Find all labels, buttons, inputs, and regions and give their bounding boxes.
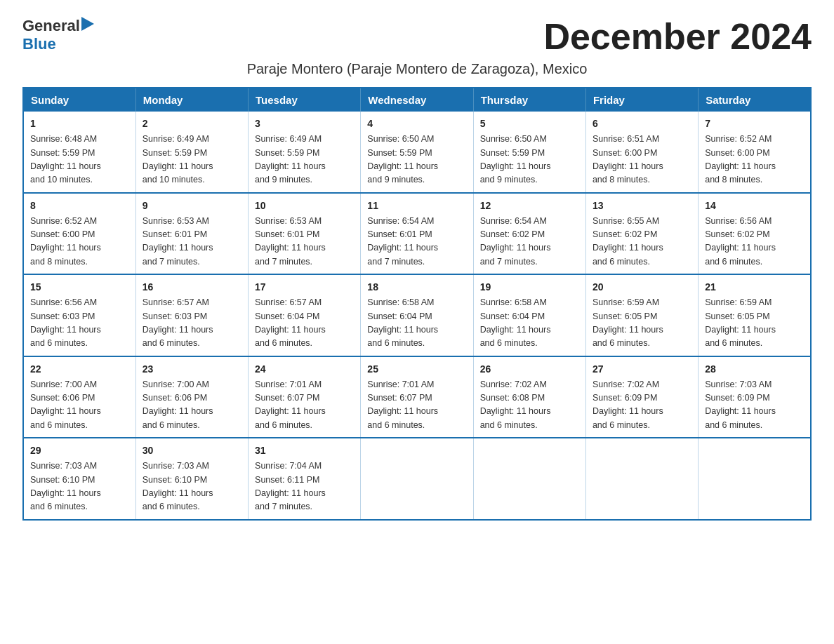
calendar-table: SundayMondayTuesdayWednesdayThursdayFrid… <box>22 87 812 521</box>
day-number: 12 <box>480 199 579 213</box>
calendar-cell: 30Sunrise: 7:03 AMSunset: 6:10 PMDayligh… <box>135 438 248 520</box>
day-info: Sunrise: 6:56 AMSunset: 6:02 PMDaylight:… <box>705 215 804 269</box>
calendar-cell: 26Sunrise: 7:02 AMSunset: 6:08 PMDayligh… <box>473 356 585 438</box>
day-number: 11 <box>367 199 466 213</box>
day-number: 29 <box>30 443 129 458</box>
day-info: Sunrise: 6:50 AMSunset: 5:59 PMDaylight:… <box>367 133 466 187</box>
day-number: 24 <box>255 362 354 377</box>
calendar-cell: 16Sunrise: 6:57 AMSunset: 6:03 PMDayligh… <box>135 274 248 356</box>
calendar-cell: 18Sunrise: 6:58 AMSunset: 6:04 PMDayligh… <box>361 274 473 356</box>
logo: General Blue <box>22 17 94 53</box>
day-info: Sunrise: 6:54 AMSunset: 6:02 PMDaylight:… <box>480 215 579 269</box>
calendar-cell: 21Sunrise: 6:59 AMSunset: 6:05 PMDayligh… <box>699 274 811 356</box>
day-number: 25 <box>367 362 466 377</box>
title-area: December 2024 <box>94 17 812 57</box>
column-header-sunday: Sunday <box>23 88 135 112</box>
day-number: 3 <box>255 116 354 131</box>
day-number: 30 <box>143 443 241 458</box>
logo-blue: Blue <box>22 35 56 53</box>
day-info: Sunrise: 7:03 AMSunset: 6:10 PMDaylight:… <box>143 459 241 514</box>
day-info: Sunrise: 7:02 AMSunset: 6:08 PMDaylight:… <box>480 378 579 433</box>
calendar-cell: 14Sunrise: 6:56 AMSunset: 6:02 PMDayligh… <box>699 193 811 275</box>
calendar-header-row: SundayMondayTuesdayWednesdayThursdayFrid… <box>23 88 811 112</box>
day-number: 18 <box>367 280 466 295</box>
day-info: Sunrise: 7:00 AMSunset: 6:06 PMDaylight:… <box>143 378 241 433</box>
day-number: 28 <box>705 362 804 377</box>
day-info: Sunrise: 6:49 AMSunset: 5:59 PMDaylight:… <box>143 133 241 187</box>
calendar-cell: 23Sunrise: 7:00 AMSunset: 6:06 PMDayligh… <box>135 356 248 438</box>
day-number: 8 <box>30 199 129 213</box>
calendar-cell: 6Sunrise: 6:51 AMSunset: 6:00 PMDaylight… <box>585 112 698 193</box>
calendar-cell: 24Sunrise: 7:01 AMSunset: 6:07 PMDayligh… <box>249 356 361 438</box>
calendar-cell: 27Sunrise: 7:02 AMSunset: 6:09 PMDayligh… <box>585 356 698 438</box>
column-header-wednesday: Wednesday <box>361 88 473 112</box>
calendar-cell: 3Sunrise: 6:49 AMSunset: 5:59 PMDaylight… <box>249 112 361 193</box>
month-title: December 2024 <box>108 17 812 57</box>
day-number: 16 <box>143 280 241 295</box>
day-info: Sunrise: 6:51 AMSunset: 6:00 PMDaylight:… <box>593 133 691 187</box>
day-number: 13 <box>593 199 691 213</box>
calendar-cell: 19Sunrise: 6:58 AMSunset: 6:04 PMDayligh… <box>473 274 585 356</box>
calendar-week-1: 1Sunrise: 6:48 AMSunset: 5:59 PMDaylight… <box>23 112 811 193</box>
day-number: 15 <box>30 280 129 295</box>
calendar-cell <box>699 438 811 520</box>
calendar-cell: 5Sunrise: 6:50 AMSunset: 5:59 PMDaylight… <box>473 112 585 193</box>
day-number: 31 <box>255 443 354 458</box>
calendar-cell: 29Sunrise: 7:03 AMSunset: 6:10 PMDayligh… <box>23 438 135 520</box>
logo-icon <box>81 17 94 31</box>
day-number: 17 <box>255 280 354 295</box>
calendar-week-5: 29Sunrise: 7:03 AMSunset: 6:10 PMDayligh… <box>23 438 811 520</box>
day-number: 27 <box>593 362 691 377</box>
calendar-cell: 28Sunrise: 7:03 AMSunset: 6:09 PMDayligh… <box>699 356 811 438</box>
day-info: Sunrise: 7:02 AMSunset: 6:09 PMDaylight:… <box>593 378 691 433</box>
day-number: 22 <box>30 362 129 377</box>
column-header-thursday: Thursday <box>473 88 585 112</box>
day-info: Sunrise: 6:54 AMSunset: 6:01 PMDaylight:… <box>367 215 466 269</box>
calendar-cell: 12Sunrise: 6:54 AMSunset: 6:02 PMDayligh… <box>473 193 585 275</box>
day-info: Sunrise: 7:01 AMSunset: 6:07 PMDaylight:… <box>255 378 354 433</box>
day-number: 5 <box>480 116 579 131</box>
calendar-week-2: 8Sunrise: 6:52 AMSunset: 6:00 PMDaylight… <box>23 193 811 275</box>
day-info: Sunrise: 7:00 AMSunset: 6:06 PMDaylight:… <box>30 378 129 433</box>
column-header-tuesday: Tuesday <box>249 88 361 112</box>
day-number: 7 <box>705 116 804 131</box>
day-info: Sunrise: 7:01 AMSunset: 6:07 PMDaylight:… <box>367 378 466 433</box>
calendar-cell: 10Sunrise: 6:53 AMSunset: 6:01 PMDayligh… <box>249 193 361 275</box>
day-info: Sunrise: 6:57 AMSunset: 6:03 PMDaylight:… <box>143 296 241 351</box>
day-number: 26 <box>480 362 579 377</box>
day-info: Sunrise: 6:55 AMSunset: 6:02 PMDaylight:… <box>593 215 691 269</box>
day-info: Sunrise: 6:58 AMSunset: 6:04 PMDaylight:… <box>367 296 466 351</box>
day-number: 4 <box>367 116 466 131</box>
calendar-cell <box>361 438 473 520</box>
calendar-week-4: 22Sunrise: 7:00 AMSunset: 6:06 PMDayligh… <box>23 356 811 438</box>
day-number: 10 <box>255 199 354 213</box>
calendar-cell: 11Sunrise: 6:54 AMSunset: 6:01 PMDayligh… <box>361 193 473 275</box>
calendar-cell: 13Sunrise: 6:55 AMSunset: 6:02 PMDayligh… <box>585 193 698 275</box>
day-info: Sunrise: 6:49 AMSunset: 5:59 PMDaylight:… <box>255 133 354 187</box>
day-info: Sunrise: 6:56 AMSunset: 6:03 PMDaylight:… <box>30 296 129 351</box>
day-info: Sunrise: 7:03 AMSunset: 6:09 PMDaylight:… <box>705 378 804 433</box>
day-info: Sunrise: 7:03 AMSunset: 6:10 PMDaylight:… <box>30 459 129 514</box>
column-header-friday: Friday <box>585 88 698 112</box>
calendar-cell: 2Sunrise: 6:49 AMSunset: 5:59 PMDaylight… <box>135 112 248 193</box>
day-number: 2 <box>143 116 241 131</box>
day-info: Sunrise: 7:04 AMSunset: 6:11 PMDaylight:… <box>255 459 354 514</box>
column-header-saturday: Saturday <box>699 88 811 112</box>
day-info: Sunrise: 6:53 AMSunset: 6:01 PMDaylight:… <box>143 215 241 269</box>
day-number: 1 <box>30 116 129 131</box>
calendar-cell: 20Sunrise: 6:59 AMSunset: 6:05 PMDayligh… <box>585 274 698 356</box>
day-number: 19 <box>480 280 579 295</box>
column-header-monday: Monday <box>135 88 248 112</box>
day-number: 23 <box>143 362 241 377</box>
calendar-cell: 9Sunrise: 6:53 AMSunset: 6:01 PMDaylight… <box>135 193 248 275</box>
day-info: Sunrise: 6:52 AMSunset: 6:00 PMDaylight:… <box>705 133 804 187</box>
day-info: Sunrise: 6:52 AMSunset: 6:00 PMDaylight:… <box>30 215 129 269</box>
calendar-cell: 17Sunrise: 6:57 AMSunset: 6:04 PMDayligh… <box>249 274 361 356</box>
day-info: Sunrise: 6:59 AMSunset: 6:05 PMDaylight:… <box>705 296 804 351</box>
svg-marker-0 <box>81 17 94 31</box>
calendar-week-3: 15Sunrise: 6:56 AMSunset: 6:03 PMDayligh… <box>23 274 811 356</box>
calendar-cell: 4Sunrise: 6:50 AMSunset: 5:59 PMDaylight… <box>361 112 473 193</box>
calendar-cell <box>585 438 698 520</box>
day-info: Sunrise: 6:48 AMSunset: 5:59 PMDaylight:… <box>30 133 129 187</box>
day-info: Sunrise: 6:57 AMSunset: 6:04 PMDaylight:… <box>255 296 354 351</box>
